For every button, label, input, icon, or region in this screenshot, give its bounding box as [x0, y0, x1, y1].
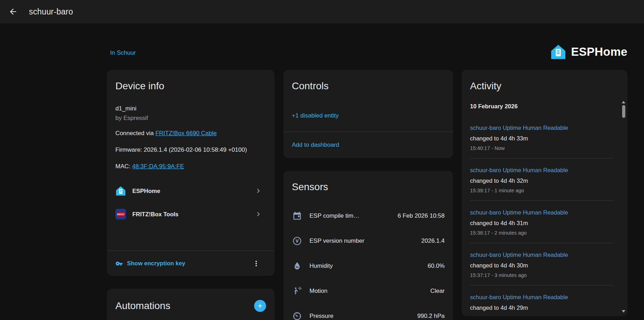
sensor-row-pressure[interactable]: Pressure 990.2 hPa: [292, 303, 445, 320]
device-manufacturer: by Espressif: [115, 115, 266, 122]
area-link[interactable]: In Schuur: [110, 49, 136, 56]
entity-link[interactable]: schuur-baro Uptime Human Readable: [470, 165, 568, 175]
add-to-dashboard-link[interactable]: Add to dashboard: [292, 141, 445, 149]
sensor-value: 990.2 hPa: [417, 313, 445, 320]
entry-change: changed to 4d 4h 29m: [470, 303, 613, 312]
disabled-entities-link[interactable]: +1 disabled entity: [292, 112, 445, 119]
activity-title: Activity: [470, 80, 619, 92]
device-card-footer: Show encryption key: [107, 250, 275, 276]
entry-time: 15:39:17 - 1 minute ago: [470, 187, 613, 194]
sensors-title: Sensors: [292, 181, 445, 193]
entry-change: changed to 4d 4h 31m: [470, 219, 613, 227]
sensor-row-motion[interactable]: Motion Clear: [292, 278, 445, 303]
entry-change: changed to 4d 4h 33m: [470, 134, 613, 143]
logbook-entry: schuur-baro Uptime Human Readable change…: [470, 116, 613, 158]
entity-link[interactable]: schuur-baro Uptime Human Readable: [470, 250, 568, 259]
entry-change: changed to 4d 4h 32m: [470, 176, 613, 185]
app-header: schuur-baro: [0, 0, 644, 23]
esphome-logo-icon: [550, 44, 566, 60]
logbook-entry: schuur-baro Uptime Human Readable change…: [470, 285, 613, 316]
logbook-entries: schuur-baro Uptime Human Readable change…: [470, 116, 619, 316]
back-button[interactable]: [5, 4, 21, 20]
fritzbox-logo-text: FRITZ!: [117, 212, 125, 216]
page-title: schuur-baro: [29, 7, 73, 17]
sensor-value: 2026.1.4: [421, 237, 445, 244]
chevron-right-icon: [254, 210, 263, 218]
sensor-list: ESP compile tim… 6 Feb 2026 10:58 ESP ve…: [292, 203, 445, 320]
scroll-down-arrow-icon[interactable]: [622, 310, 625, 313]
entry-change: changed to 4d 4h 30m: [470, 261, 613, 270]
sensor-row-compile-time[interactable]: ESP compile tim… 6 Feb 2026 10:58: [292, 203, 445, 228]
activity-scrollbar[interactable]: [621, 101, 626, 313]
device-info-card: Device info d1_mini by Espressif Connect…: [107, 70, 275, 276]
sensor-row-version[interactable]: ESP version number 2026.1.4: [292, 228, 445, 253]
integration-row-esphome[interactable]: ESPHome: [115, 179, 266, 203]
connected-via: Connected via FRITZ!Box 6690 Cable: [115, 128, 266, 138]
mac-info: MAC: 48:3F:DA:95:9A:FE: [115, 162, 266, 171]
entity-link[interactable]: schuur-baro Uptime Human Readable: [470, 292, 568, 302]
device-model: d1_mini: [115, 105, 266, 112]
sensor-value: 60.0%: [428, 262, 445, 270]
mac-link[interactable]: 48:3F:DA:95:9A:FE: [132, 163, 184, 170]
version-icon: [292, 236, 302, 246]
entity-link[interactable]: schuur-baro Uptime Human Readable: [470, 208, 568, 217]
scrollbar-thumb[interactable]: [622, 105, 625, 118]
mac-label: MAC:: [115, 163, 132, 170]
device-info-title: Device info: [115, 80, 266, 92]
automations-title: Automations: [115, 300, 170, 312]
controls-card: Controls +1 disabled entity Add to dashb…: [283, 70, 453, 158]
device-menu-button[interactable]: [249, 256, 263, 271]
dots-vertical-icon: [252, 259, 260, 268]
sensor-value: Clear: [430, 288, 445, 295]
fritzbox-logo-icon: FRITZ!: [115, 209, 126, 219]
scroll-up-arrow-icon[interactable]: [622, 101, 625, 103]
automations-header: Automations: [107, 289, 275, 320]
esphome-logo-icon: [115, 186, 126, 196]
controls-title: Controls: [283, 80, 453, 92]
integration-row-fritzbox[interactable]: FRITZ! FRITZ!Box Tools: [115, 203, 266, 226]
connected-via-label: Connected via: [115, 130, 155, 137]
connected-via-link[interactable]: FRITZ!Box 6690 Cable: [155, 130, 217, 137]
entity-link[interactable]: schuur-baro Uptime Human Readable: [470, 123, 568, 132]
entry-time: 15:40:17 - Now: [470, 145, 613, 152]
add-automation-button[interactable]: [254, 300, 266, 312]
activity-date-header: 10 February 2026: [470, 103, 619, 110]
logbook-entry: schuur-baro Uptime Human Readable change…: [470, 243, 613, 285]
activity-card: Activity 10 February 2026 schuur-baro Up…: [462, 70, 627, 316]
left-column: Device info d1_mini by Espressif Connect…: [107, 70, 275, 320]
sensor-name: Motion: [309, 288, 423, 295]
brand-name: ESPHome: [571, 45, 627, 59]
integration-label: ESPHome: [132, 188, 248, 194]
motion-icon: [292, 286, 302, 296]
logbook-entry: schuur-baro Uptime Human Readable change…: [470, 158, 613, 201]
sensor-row-humidity[interactable]: % Humidity 60.0%: [292, 253, 445, 278]
sensor-name: Humidity: [309, 262, 421, 270]
sensor-name: ESP compile tim…: [309, 212, 391, 219]
svg-text:%: %: [296, 265, 299, 269]
sensor-name: Pressure: [309, 313, 410, 320]
arrow-left-icon: [8, 7, 18, 16]
entry-time: 15:38:17 - 2 minutes ago: [470, 229, 613, 236]
plus-icon: [257, 302, 264, 309]
sensor-name: ESP version number: [309, 237, 414, 244]
integration-label: FRITZ!Box Tools: [132, 211, 248, 218]
logbook-entry: schuur-baro Uptime Human Readable change…: [470, 201, 613, 243]
pressure-icon: [292, 311, 302, 320]
humidity-icon: %: [292, 261, 302, 271]
middle-column: Controls +1 disabled entity Add to dashb…: [283, 70, 453, 320]
sensors-card: Sensors ESP compile tim… 6 Feb 2026 10:5…: [283, 171, 453, 320]
show-encryption-key-label: Show encryption key: [127, 260, 185, 267]
entry-time: 15:37:17 - 3 minutes ago: [470, 272, 613, 279]
calendar-icon: [292, 211, 302, 221]
show-encryption-key-link[interactable]: Show encryption key: [115, 260, 185, 267]
right-column: Activity 10 February 2026 schuur-baro Up…: [462, 70, 627, 316]
sensor-value: 6 Feb 2026 10:58: [398, 212, 445, 219]
controls-divider: [283, 132, 453, 132]
key-icon: [115, 260, 123, 267]
integration-list: ESPHome FRITZ! FRITZ!Box Tools: [115, 179, 266, 226]
automations-card: Automations: [107, 289, 275, 320]
chevron-right-icon: [254, 187, 263, 195]
firmware-info: Firmware: 2026.1.4 (2026-02-06 10:58:49 …: [115, 145, 249, 155]
esphome-brand: ESPHome: [550, 44, 627, 60]
